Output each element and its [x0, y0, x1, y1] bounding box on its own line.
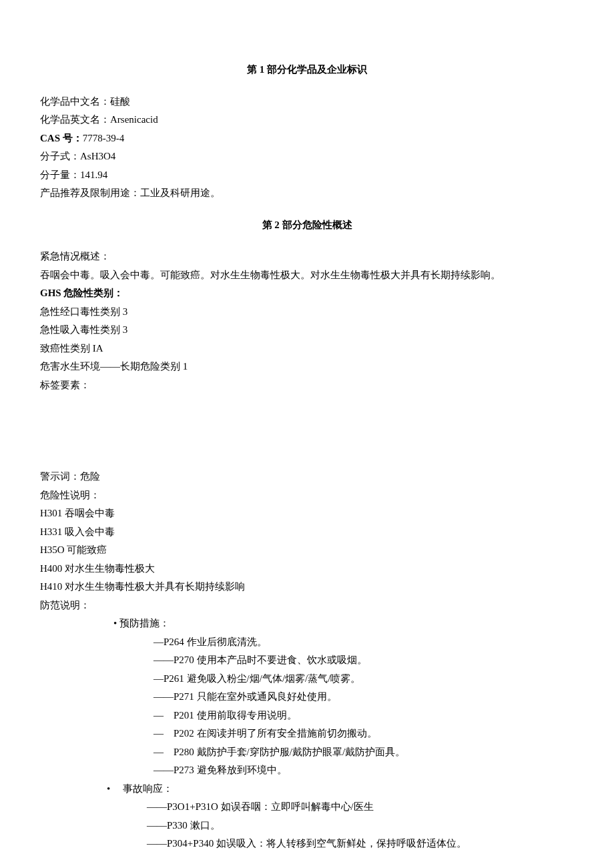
prevention-item-0: —P264 作业后彻底清洗。 [154, 634, 574, 651]
ghs-line-2: 致癌性类别 IA [40, 340, 574, 358]
name-cn-value: 硅酸 [110, 96, 130, 107]
formula-value: AsH3O4 [80, 151, 115, 161]
cas-label: CAS 号： [40, 133, 83, 143]
hazard-2: H35O 可能致癌 [40, 542, 574, 559]
response-item-2: ——P304+P340 如误吸入：将人转移到空气新鲜处，保持呼吸舒适体位。 [147, 835, 574, 853]
response-list: ——P3O1+P31O 如误吞咽：立即呼叫解毒中心/医生 ——P330 漱口。 … [100, 799, 574, 853]
mw-label: 分子量： [40, 169, 80, 180]
usage-value: 工业及科研用途。 [140, 187, 220, 198]
prevention-item-1: ——P270 使用本产品时不要进食、饮水或吸烟。 [154, 652, 574, 669]
mw-value: 141.94 [80, 169, 107, 180]
signal-word-line: 警示词：危险 [40, 468, 574, 486]
response-item-0: ——P3O1+P31O 如误吞咽：立即呼叫解毒中心/医生 [147, 799, 574, 816]
name-cn-line: 化学品中文名：硅酸 [40, 93, 574, 111]
response-header-text: 事故响应： [123, 783, 173, 794]
ghs-label: GHS 危险性类别： [40, 285, 574, 302]
name-en-line: 化学品英文名：Arsenicacid [40, 111, 574, 129]
usage-line: 产品推荐及限制用途：工业及科研用途。 [40, 185, 574, 202]
name-en-value: Arsenicacid [110, 114, 158, 125]
response-item-1: ——P330 漱口。 [147, 817, 574, 835]
prevention-list: —P264 作业后彻底清洗。 ——P270 使用本产品时不要进食、饮水或吸烟。 … [113, 634, 574, 779]
ghs-line-0: 急性经口毒性类别 3 [40, 304, 574, 321]
prevention-header: 预防措施： [113, 615, 574, 632]
name-en-label: 化学品英文名： [40, 114, 110, 125]
document-page: 第 1 部分化学品及企业标识 化学品中文名：硅酸 化学品英文名：Arsenica… [0, 0, 614, 868]
prevention-item-5: — P202 在阅读并明了所有安全措施前切勿搬动。 [154, 725, 574, 743]
label-elements: 标签要素： [40, 377, 574, 394]
ghs-label-text: GHS 危险性类别： [40, 288, 123, 298]
formula-line: 分子式：AsH3O4 [40, 148, 574, 165]
emergency-text: 吞咽会中毒。吸入会中毒。可能致癌。对水生生物毒性极大。对水生生物毒性极大并具有长… [40, 267, 574, 284]
cas-line: CAS 号：7778-39-4 [40, 130, 574, 147]
hazard-4: H410 对水生生物毒性极大并具有长期持续影响 [40, 578, 574, 596]
emergency-label: 紧急情况概述： [40, 248, 574, 266]
hazard-3: H400 对水生生物毒性极大 [40, 560, 574, 578]
section2-title: 第 2 部分危险性概述 [40, 217, 574, 234]
precaution-label: 防范说明： [40, 597, 574, 614]
prevention-item-6: — P280 戴防护手套/穿防护服/戴防护眼罩/戴防护面具。 [154, 744, 574, 761]
pictogram-gap [40, 395, 574, 468]
prevention-item-7: ——P273 避免释放到环境中。 [154, 762, 574, 779]
ghs-line-3: 危害水生环境——长期危险类别 1 [40, 358, 574, 376]
name-cn-label: 化学品中文名： [40, 96, 110, 107]
formula-label: 分子式： [40, 151, 80, 161]
response-header: 事故响应： [107, 781, 574, 798]
prevention-block: 预防措施： —P264 作业后彻底清洗。 ——P270 使用本产品时不要进食、饮… [40, 615, 574, 779]
usage-label: 产品推荐及限制用途： [40, 187, 140, 198]
response-block: 事故响应： ——P3O1+P31O 如误吞咽：立即呼叫解毒中心/医生 ——P33… [40, 781, 574, 853]
cas-value: 7778-39-4 [83, 133, 125, 143]
hazard-1: H331 吸入会中毒 [40, 524, 574, 541]
hazard-statements-label: 危险性说明： [40, 487, 574, 504]
prevention-item-4: — P201 使用前取得专用说明。 [154, 707, 574, 725]
hazard-0: H301 吞咽会中毒 [40, 505, 574, 522]
mw-line: 分子量：141.94 [40, 167, 574, 184]
prevention-item-2: —P261 避免吸入粉尘/烟/气体/烟雾/蒸气/喷雾。 [154, 671, 574, 688]
prevention-item-3: ——P271 只能在室外或通风良好处使用。 [154, 689, 574, 706]
ghs-line-1: 急性吸入毒性类别 3 [40, 322, 574, 339]
section1-title: 第 1 部分化学品及企业标识 [40, 61, 574, 79]
